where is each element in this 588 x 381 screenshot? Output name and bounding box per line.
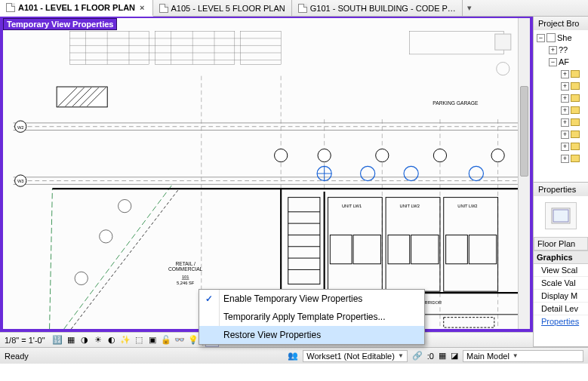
unlock-icon[interactable]: 🔓 (160, 334, 172, 346)
tab-a105[interactable]: A105 - LEVEL 5 FLOOR PLAN (153, 0, 292, 16)
sheet-icon (298, 4, 307, 13)
svg-rect-56 (410, 31, 504, 54)
svg-point-22 (469, 166, 483, 180)
workset-label: Workset1 (Not Editable) (306, 352, 395, 361)
type-thumbnail[interactable] (545, 202, 577, 229)
scale-icon[interactable]: 🔢 (51, 334, 63, 346)
menu-label: Restore View Properties (223, 330, 321, 340)
svg-point-17 (433, 149, 446, 161)
svg-rect-40 (386, 198, 440, 292)
temp-view-context-menu: ✓ Enable Temporary View Properties Tempo… (199, 289, 425, 345)
tab-a101[interactable]: A101 - LEVEL 1 FLOOR PLAN × (0, 0, 153, 17)
prop-view-scale[interactable]: View Scal (534, 264, 588, 277)
properties-help-link[interactable]: Properties (534, 315, 588, 327)
expand-icon[interactable]: + (561, 118, 569, 127)
expand-icon[interactable]: + (561, 70, 569, 78)
properties-header[interactable]: Properties (534, 183, 588, 196)
svg-rect-43 (353, 235, 380, 263)
tab-label: A105 - LEVEL 5 FLOOR PLAN (171, 4, 285, 13)
view-tab-bar: A101 - LEVEL 1 FLOOR PLAN × A105 - LEVEL… (0, 0, 588, 17)
sync-status: :0 (427, 352, 434, 361)
svg-point-20 (361, 166, 375, 180)
svg-rect-39 (328, 198, 382, 292)
temporary-hide-icon[interactable]: 👓 (174, 334, 186, 346)
scale-display[interactable]: 1/8" = 1'-0" (3, 336, 50, 345)
folder-icon (571, 70, 580, 78)
svg-text:COMMERCIAL: COMMERCIAL (168, 266, 203, 272)
svg-text:UNIT LW1: UNIT LW1 (342, 204, 362, 208)
close-icon[interactable]: × (138, 3, 146, 12)
folder-icon (571, 155, 580, 162)
expand-icon[interactable]: + (561, 143, 569, 151)
sheet-icon (159, 4, 168, 13)
vertical-scrollbar[interactable] (518, 18, 530, 329)
folder-icon (571, 131, 580, 138)
workset-dropdown[interactable]: Workset1 (Not Editable) ▼ (303, 350, 408, 362)
project-browser-header[interactable]: Project Bro (534, 17, 588, 30)
folder-icon (571, 82, 580, 90)
crop-view-icon[interactable]: ⬚ (133, 334, 145, 346)
svg-rect-54 (155, 31, 234, 64)
svg-point-80 (497, 62, 509, 75)
svg-rect-46 (446, 235, 468, 263)
svg-rect-44 (388, 235, 410, 263)
expand-icon[interactable]: + (561, 94, 569, 103)
menu-apply-template[interactable]: Temporarily Apply Template Properties... (199, 308, 424, 326)
prop-scale-value[interactable]: Scale Val (534, 277, 588, 290)
chevron-down-icon: ▼ (513, 352, 519, 359)
svg-text:101: 101 (182, 275, 189, 279)
svg-text:W3: W3 (17, 179, 24, 183)
tab-label: G101 - SOUTH BUILDING - CODE P… (310, 4, 456, 13)
workset-icon[interactable]: 👥 (288, 351, 298, 361)
svg-text:UNIT LW2: UNIT LW2 (457, 204, 477, 208)
node-label: AF (559, 57, 569, 66)
svg-text:RETAIL /: RETAIL / (175, 261, 195, 266)
design-option-dropdown[interactable]: Main Model ▼ (463, 350, 583, 362)
menu-enable-temp-view[interactable]: ✓ Enable Temporary View Properties (199, 290, 424, 308)
svg-text:5,246 SF: 5,246 SF (177, 281, 195, 285)
detail-level-icon[interactable]: ▦ (65, 334, 77, 346)
expand-icon[interactable]: + (561, 82, 569, 91)
design-options-icon[interactable]: ▦ (439, 351, 446, 361)
expand-icon[interactable]: + (549, 46, 557, 54)
svg-rect-49 (444, 318, 494, 327)
svg-rect-55 (241, 31, 282, 64)
expand-icon[interactable]: + (561, 106, 569, 115)
svg-rect-53 (69, 31, 149, 64)
svg-rect-82 (553, 210, 568, 222)
sun-path-icon[interactable]: ☀ (92, 334, 104, 346)
menu-restore-view[interactable]: Restore View Properties (199, 326, 424, 344)
expand-icon[interactable]: + (561, 131, 569, 139)
editable-only-icon[interactable]: 🔗 (412, 351, 423, 361)
svg-text:UNIT LW2: UNIT LW2 (400, 204, 420, 208)
collapse-icon[interactable]: − (537, 34, 545, 42)
prop-detail-level[interactable]: Detail Lev (534, 303, 588, 315)
folder-icon (571, 106, 580, 114)
folder-icon (571, 94, 580, 102)
visual-style-icon[interactable]: ◑ (79, 334, 91, 346)
node-label: ?? (559, 45, 568, 54)
drawing-viewport[interactable]: Temporary View Properties (0, 17, 533, 332)
tab-g101[interactable]: G101 - SOUTH BUILDING - CODE P… (292, 0, 463, 16)
sheet-icon (6, 3, 15, 12)
menu-label: Temporarily Apply Template Properties... (223, 312, 386, 322)
scrollbar-thumb[interactable] (520, 86, 528, 177)
tab-overflow-button[interactable]: ▾ (463, 0, 476, 16)
shadows-icon[interactable]: ◐ (106, 334, 118, 346)
collapse-icon[interactable]: − (549, 58, 557, 66)
show-crop-icon[interactable]: ▣ (146, 334, 159, 346)
exclude-options-icon[interactable]: ◪ (451, 351, 458, 361)
svg-rect-79 (495, 34, 511, 50)
prop-display-model[interactable]: Display M (534, 290, 588, 303)
reveal-hidden-icon[interactable]: 💡 (187, 334, 199, 346)
rendering-icon[interactable]: ✨ (119, 334, 131, 346)
folder-icon (571, 143, 580, 150)
type-selector[interactable]: Floor Plan (534, 237, 588, 250)
menu-label: Enable Temporary View Properties (223, 293, 362, 304)
expand-icon[interactable]: + (561, 155, 569, 163)
svg-point-18 (491, 149, 504, 161)
project-browser-tree[interactable]: −She +?? −AF + + + + + + + + (534, 30, 588, 166)
svg-point-52 (75, 272, 88, 284)
svg-rect-42 (330, 235, 352, 263)
sheet-icon (546, 33, 556, 42)
